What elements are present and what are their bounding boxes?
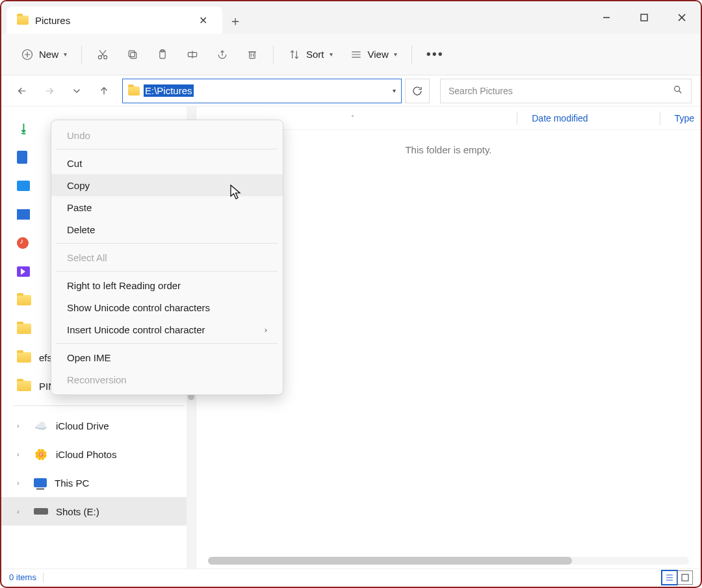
close-window-button[interactable] [663, 1, 701, 34]
new-tab-button[interactable]: ＋ [222, 8, 248, 34]
delete-button[interactable] [239, 42, 265, 68]
chevron-down-icon[interactable]: ▾ [393, 87, 396, 94]
expand-icon[interactable]: › [17, 450, 26, 458]
column-type[interactable]: Type [668, 113, 701, 123]
sidebar-item-shots-e[interactable]: ›Shots (E:) [1, 497, 196, 526]
context-cut[interactable]: Cut [51, 152, 283, 174]
tab-pictures[interactable]: Pictures ✕ [6, 6, 222, 34]
tiles-icon [17, 209, 30, 220]
copy-button[interactable] [120, 42, 146, 68]
refresh-button[interactable] [405, 79, 430, 103]
svg-rect-1 [641, 14, 647, 21]
video-icon [17, 266, 30, 277]
context-insert-unicode[interactable]: Insert Unicode control character› [51, 318, 283, 340]
separator [43, 572, 44, 583]
recent-locations-button[interactable] [65, 79, 88, 103]
folder-icon [128, 86, 140, 96]
context-show-unicode[interactable]: Show Unicode control characters [51, 296, 283, 318]
back-button[interactable] [10, 79, 34, 103]
share-button[interactable] [209, 42, 235, 68]
svg-point-30 [675, 86, 680, 92]
separator [13, 405, 184, 406]
cut-button[interactable] [90, 42, 116, 68]
separator [660, 112, 660, 125]
sort-label: Sort [306, 49, 324, 60]
address-bar[interactable]: E:\Pictures ▾ [122, 79, 402, 103]
chevron-down-icon: ▾ [394, 51, 397, 58]
sidebar-item-icloud-drive[interactable]: ›☁️iCloud Drive [1, 411, 196, 440]
svg-line-31 [679, 91, 681, 93]
new-button[interactable]: New ▾ [14, 42, 73, 68]
separator [57, 149, 278, 149]
context-open-ime[interactable]: Open IME [51, 346, 283, 368]
drive-icon [34, 508, 48, 515]
photos-icon: 🌼 [34, 448, 48, 460]
maximize-button[interactable] [625, 1, 663, 34]
forward-button[interactable] [38, 79, 61, 103]
folder-icon [17, 352, 31, 363]
scrollbar-thumb[interactable] [208, 557, 572, 565]
context-reconversion: Reconversion [51, 368, 283, 390]
context-rtl[interactable]: Right to left Reading order [51, 274, 283, 296]
view-label: View [368, 49, 389, 60]
separator [517, 112, 517, 125]
content-hscrollbar[interactable] [208, 557, 689, 565]
thumbnails-view-toggle[interactable] [677, 570, 693, 585]
paste-button[interactable] [150, 42, 176, 68]
more-button[interactable]: ••• [420, 42, 450, 68]
address-path[interactable]: E:\Pictures [144, 84, 194, 97]
expand-icon[interactable]: › [17, 479, 26, 487]
sort-button[interactable]: Sort ▾ [281, 42, 339, 68]
svg-rect-18 [250, 51, 255, 58]
pictures-icon [17, 181, 30, 191]
folder-icon [17, 381, 31, 391]
chevron-down-icon: ▾ [330, 51, 333, 58]
toolbar: New ▾ Sort ▾ View ▾ ••• [1, 34, 701, 75]
separator [411, 45, 412, 64]
separator [57, 271, 278, 272]
navigation-row: E:\Pictures ▾ Search Pictures [1, 75, 701, 107]
pc-icon [34, 478, 47, 487]
column-date-modified[interactable]: Date modified [525, 113, 594, 123]
close-tab-button[interactable]: ✕ [194, 11, 212, 29]
search-placeholder: Search Pictures [448, 86, 513, 96]
context-select-all: Select All [51, 246, 283, 268]
tab-bar: Pictures ✕ ＋ [1, 1, 701, 34]
expand-icon[interactable]: › [17, 507, 26, 515]
sidebar-item-icloud-photos[interactable]: ›🌼iCloud Photos [1, 440, 196, 468]
search-input[interactable]: Search Pictures [440, 79, 692, 103]
folder-icon [17, 324, 31, 334]
folder-icon [17, 295, 31, 305]
expand-icon[interactable]: › [17, 422, 26, 429]
separator [273, 45, 274, 64]
cloud-icon: ☁️ [34, 420, 48, 431]
new-label: New [39, 49, 58, 60]
document-icon [17, 151, 27, 164]
sidebar-item-this-pc[interactable]: ›This PC [1, 468, 196, 497]
separator [81, 45, 82, 64]
status-items: 0 items [9, 572, 36, 582]
search-icon[interactable] [673, 84, 683, 97]
status-bar: 0 items [3, 569, 699, 585]
separator [57, 343, 278, 344]
details-view-toggle[interactable] [662, 570, 677, 585]
svg-rect-11 [131, 52, 136, 58]
music-icon [17, 237, 29, 249]
rename-button[interactable] [179, 42, 205, 68]
folder-icon [17, 16, 29, 25]
window-controls [588, 1, 701, 34]
svg-rect-12 [129, 51, 135, 57]
minimize-button[interactable] [588, 1, 625, 34]
svg-rect-35 [682, 574, 688, 581]
context-undo: Undo [51, 124, 283, 146]
mouse-cursor [230, 185, 242, 200]
context-paste[interactable]: Paste [51, 196, 283, 218]
context-copy[interactable]: Copy [51, 174, 283, 196]
tab-title: Pictures [35, 15, 70, 26]
up-button[interactable] [92, 79, 116, 103]
context-delete[interactable]: Delete [51, 218, 283, 240]
chevron-up-icon[interactable]: ˄ [346, 114, 354, 121]
view-button[interactable]: View ▾ [343, 42, 404, 68]
separator [57, 243, 278, 244]
chevron-down-icon: ▾ [64, 51, 67, 58]
